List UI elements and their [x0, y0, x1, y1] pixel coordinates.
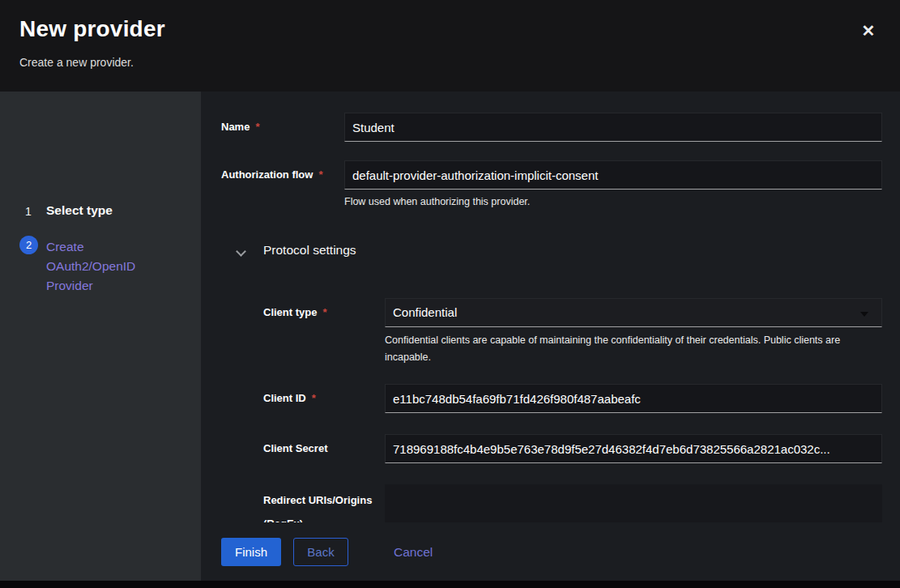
modal-header: New provider Create a new provider. ✕: [0, 0, 900, 92]
wizard-step-create-provider[interactable]: 2 Create OAuth2/OpenID Provider: [0, 234, 201, 299]
client-type-value: Confidential: [393, 305, 457, 319]
finish-button[interactable]: Finish: [221, 538, 281, 566]
provider-form: Name* Authorization flow* Flow used when…: [201, 92, 900, 522]
redirect-uris-label: Redirect URIs/Origins (RegEx): [263, 488, 372, 522]
back-button[interactable]: Back: [293, 538, 348, 566]
wizard-sidebar: 1 Select type 2 Create OAuth2/OpenID Pro…: [0, 92, 201, 581]
modal-bottom-edge: [0, 581, 900, 588]
client-id-input[interactable]: [385, 384, 882, 413]
active-step-badge: 2: [19, 236, 38, 254]
step-label: Select type: [46, 203, 113, 218]
client-type-label: Client type*: [263, 306, 327, 318]
step-label: Create OAuth2/OpenID Provider: [46, 237, 176, 296]
close-button[interactable]: ✕: [855, 18, 882, 44]
dropdown-caret-icon: [860, 312, 868, 317]
redirect-uris-input[interactable]: [385, 484, 882, 522]
protocol-settings-title: Protocol settings: [263, 243, 356, 258]
name-input[interactable]: [344, 113, 882, 142]
client-secret-input[interactable]: [385, 434, 882, 463]
new-provider-modal: New provider Create a new provider. ✕ 1 …: [0, 0, 900, 588]
authorization-flow-help: Flow used when authorizing this provider…: [344, 194, 530, 211]
required-asterisk: *: [322, 306, 326, 318]
chevron-down-icon: [237, 248, 245, 255]
required-asterisk: *: [312, 392, 316, 404]
client-secret-label: Client Secret: [263, 442, 327, 454]
name-label: Name*: [221, 121, 259, 133]
client-type-select[interactable]: Confidential: [385, 298, 882, 327]
step-number: 1: [25, 205, 32, 218]
required-asterisk: *: [255, 121, 259, 133]
required-asterisk: *: [318, 168, 322, 181]
close-icon: ✕: [862, 22, 876, 40]
client-id-label: Client ID*: [263, 392, 316, 404]
page-subtitle: Create a new provider.: [19, 56, 134, 69]
wizard-step-select-type[interactable]: 1 Select type: [0, 202, 201, 224]
cancel-link[interactable]: Cancel: [394, 538, 433, 566]
page-title: New provider: [19, 16, 165, 42]
client-type-help: Confidential clients are capable of main…: [385, 332, 887, 366]
authorization-flow-label: Authorization flow*: [221, 168, 322, 181]
authorization-flow-input[interactable]: [344, 160, 882, 190]
